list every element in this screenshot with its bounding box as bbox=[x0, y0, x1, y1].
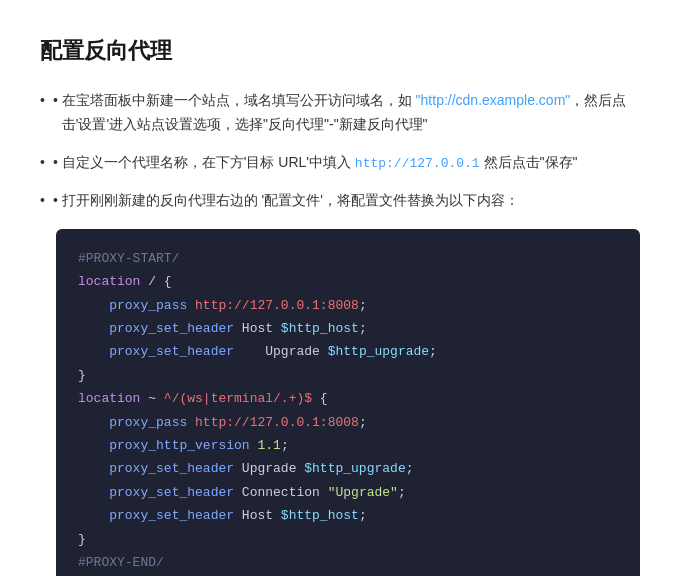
code-line-proxy-set-connection: proxy_set_header Connection "Upgrade"; bbox=[78, 481, 618, 504]
step-1: • 在宝塔面板中新建一个站点，域名填写公开访问域名，如 "http://cdn.… bbox=[40, 89, 640, 137]
code-line-proxy-pass-2: proxy_pass http://127.0.0.1:8008; bbox=[78, 411, 618, 434]
code-line-proxy-set-upgrade-2: proxy_set_header Upgrade $http_upgrade; bbox=[78, 457, 618, 480]
code-line-location2: location ~ ^/(ws|terminal/.+)$ { bbox=[78, 387, 618, 410]
bullet-2: • bbox=[53, 151, 62, 175]
code-line-comment-end: #PROXY-END/ bbox=[78, 551, 618, 574]
step-2: • 自定义一个代理名称，在下方'目标 URL'中填入 http://127.0.… bbox=[40, 151, 640, 175]
bullet-3: • bbox=[53, 189, 62, 213]
step-3: • 打开刚刚新建的反向代理右边的 '配置文件'，将配置文件替换为以下内容： bbox=[40, 189, 640, 213]
code-line-brace-2: } bbox=[78, 528, 618, 551]
page-title: 配置反向代理 bbox=[40, 32, 640, 69]
link-cdn-example-1: "http://cdn.example.com" bbox=[416, 92, 571, 108]
bullet-1: • bbox=[53, 89, 62, 113]
code-line-proxy-set-upgrade-1: proxy_set_header Upgrade $http_upgrade; bbox=[78, 340, 618, 363]
code-line-proxy-set-host-2: proxy_set_header Host $http_host; bbox=[78, 504, 618, 527]
code-line-proxy-pass-1: proxy_pass http://127.0.0.1:8008; bbox=[78, 294, 618, 317]
inline-code-url: http://127.0.0.1 bbox=[355, 156, 480, 171]
steps-list: • 在宝塔面板中新建一个站点，域名填写公开访问域名，如 "http://cdn.… bbox=[40, 89, 640, 212]
step-2-content: 自定义一个代理名称，在下方'目标 URL'中填入 http://127.0.0.… bbox=[62, 151, 578, 175]
code-line-comment-start: #PROXY-START/ bbox=[78, 247, 618, 270]
code-block: #PROXY-START/ location / { proxy_pass ht… bbox=[56, 229, 640, 576]
code-line-proxy-set-host-1: proxy_set_header Host $http_host; bbox=[78, 317, 618, 340]
step-3-content: 打开刚刚新建的反向代理右边的 '配置文件'，将配置文件替换为以下内容： bbox=[62, 189, 519, 213]
code-line-proxy-http-version: proxy_http_version 1.1; bbox=[78, 434, 618, 457]
step-1-content: 在宝塔面板中新建一个站点，域名填写公开访问域名，如 "http://cdn.ex… bbox=[62, 89, 640, 137]
code-line-brace-1: } bbox=[78, 364, 618, 387]
code-line-location1: location / { bbox=[78, 270, 618, 293]
